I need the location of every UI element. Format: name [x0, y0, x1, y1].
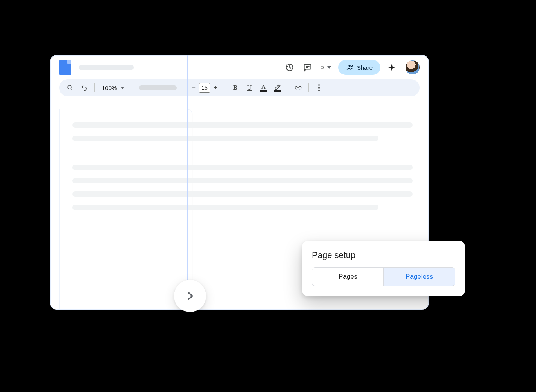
insert-link-button[interactable] [293, 82, 304, 93]
page-setup-segmented: Pages Pageless [312, 267, 455, 286]
caret-down-icon [121, 87, 125, 89]
avatar[interactable] [406, 60, 420, 74]
text-line [72, 191, 413, 197]
svg-point-6 [351, 65, 352, 67]
svg-line-8 [71, 89, 72, 90]
formatting-toolbar: 100% − 15 + B U A [59, 79, 420, 96]
header-actions: Share [284, 60, 420, 75]
font-size-input[interactable]: 15 [199, 83, 210, 93]
separator [308, 83, 309, 92]
svg-point-5 [348, 65, 350, 67]
text-line [72, 178, 413, 183]
separator [94, 83, 95, 92]
page-setup-card: Page setup Pages Pageless [302, 241, 465, 296]
bold-button[interactable]: B [230, 82, 241, 93]
highlight-button[interactable] [272, 82, 283, 93]
svg-rect-0 [304, 65, 311, 69]
sparkle-icon[interactable] [388, 63, 396, 72]
caret-down-icon [327, 66, 331, 69]
text-line [72, 165, 413, 170]
page-setup-option-pages[interactable]: Pages [312, 268, 384, 286]
font-size-value: 15 [201, 85, 208, 91]
people-icon [346, 64, 354, 71]
svg-point-7 [68, 85, 71, 89]
page-divider-guide [187, 55, 188, 310]
share-button[interactable]: Share [338, 60, 380, 75]
video-call-button[interactable] [320, 62, 331, 73]
separator [184, 83, 184, 92]
header-bar: Share [51, 56, 428, 79]
text-line [72, 136, 378, 141]
zoom-value: 100% [102, 85, 117, 91]
page-setup-title: Page setup [312, 250, 455, 260]
underline-button[interactable]: U [244, 82, 255, 93]
docs-logo[interactable] [59, 60, 71, 75]
text-line [72, 122, 413, 128]
page-setup-option-pageless[interactable]: Pageless [383, 267, 455, 286]
history-icon[interactable] [284, 62, 295, 73]
font-size-group: − 15 + [189, 83, 220, 93]
separator [132, 83, 132, 92]
comment-icon[interactable] [302, 62, 313, 73]
decrease-font-size[interactable]: − [189, 84, 198, 92]
zoom-dropdown[interactable]: 100% [100, 85, 127, 91]
option-label: Pageless [406, 273, 433, 281]
svg-rect-3 [321, 66, 323, 69]
text-color-button[interactable]: A [258, 82, 269, 93]
chevron-right-icon [185, 290, 196, 301]
expand-fab[interactable] [174, 280, 206, 312]
undo-icon[interactable] [79, 82, 90, 93]
svg-marker-4 [323, 67, 324, 69]
font-family-placeholder[interactable] [139, 85, 177, 90]
separator [225, 83, 225, 92]
more-options-button[interactable] [313, 82, 324, 93]
share-label: Share [357, 64, 373, 71]
text-line [72, 205, 378, 210]
increase-font-size[interactable]: + [211, 84, 220, 92]
option-label: Pages [339, 273, 357, 281]
document-title-placeholder[interactable] [79, 65, 134, 70]
content-placeholder [72, 122, 413, 210]
separator [288, 83, 288, 92]
search-icon[interactable] [65, 82, 76, 93]
